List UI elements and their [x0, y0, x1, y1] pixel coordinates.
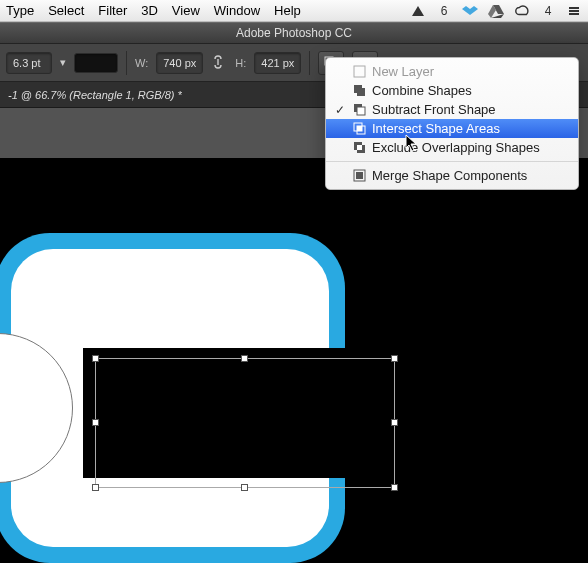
handle-n[interactable]	[241, 355, 248, 362]
svg-rect-18	[356, 172, 363, 179]
document-tab[interactable]: -1 @ 66.7% (Rectangle 1, RGB/8) *	[8, 89, 182, 101]
handle-nw[interactable]	[92, 355, 99, 362]
menu-view[interactable]: View	[172, 3, 200, 18]
stroke-dropdown-icon[interactable]: ▾	[60, 56, 66, 69]
width-label: W:	[135, 57, 148, 69]
handle-ne[interactable]	[391, 355, 398, 362]
menu-label: Exclude Overlapping Shapes	[372, 140, 540, 155]
cursor-icon	[405, 134, 419, 152]
exclude-icon	[352, 141, 366, 155]
width-field[interactable]: 740 px	[156, 52, 203, 74]
svg-rect-0	[569, 7, 579, 9]
status-count: 6	[436, 3, 452, 19]
app-titlebar: Adobe Photoshop CC	[0, 22, 588, 44]
handle-e[interactable]	[391, 419, 398, 426]
svg-rect-16	[357, 145, 362, 150]
transform-bounding-box[interactable]	[95, 358, 395, 488]
battery-count: 4	[540, 3, 556, 19]
height-label: H:	[235, 57, 246, 69]
svg-rect-2	[569, 13, 579, 15]
handle-se[interactable]	[391, 484, 398, 491]
notification-icon[interactable]	[410, 3, 426, 19]
menu-select[interactable]: Select	[48, 3, 84, 18]
dropbox-icon[interactable]	[462, 3, 478, 19]
svg-rect-13	[357, 126, 362, 131]
menu-separator	[326, 161, 578, 162]
path-operations-menu: New Layer Combine Shapes ✓ Subtract Fron…	[325, 57, 579, 190]
menu-new-layer[interactable]: New Layer	[326, 62, 578, 81]
link-icon[interactable]	[211, 55, 227, 71]
gdrive-icon[interactable]	[488, 3, 504, 19]
svg-rect-10	[357, 107, 365, 115]
menu-intersect-shape-areas[interactable]: Intersect Shape Areas	[326, 119, 578, 138]
subtract-icon	[352, 103, 366, 117]
handle-s[interactable]	[241, 484, 248, 491]
menu-exclude-overlapping[interactable]: Exclude Overlapping Shapes	[326, 138, 578, 157]
menu-filter[interactable]: Filter	[98, 3, 127, 18]
merge-icon	[352, 169, 366, 183]
new-layer-icon	[352, 65, 366, 79]
menu-help[interactable]: Help	[274, 3, 301, 18]
menu-window[interactable]: Window	[214, 3, 260, 18]
handle-sw[interactable]	[92, 484, 99, 491]
menu-label: Merge Shape Components	[372, 168, 527, 183]
menu-label: Subtract Front Shape	[372, 102, 496, 117]
document-canvas[interactable]	[0, 158, 588, 563]
svg-rect-6	[354, 66, 365, 77]
check-icon: ✓	[334, 103, 346, 117]
svg-rect-1	[569, 10, 579, 12]
separator	[309, 51, 310, 75]
height-field[interactable]: 421 px	[254, 52, 301, 74]
menu-subtract-front-shape[interactable]: ✓ Subtract Front Shape	[326, 100, 578, 119]
menu-label: Combine Shapes	[372, 83, 472, 98]
menu-combine-shapes[interactable]: Combine Shapes	[326, 81, 578, 100]
menu-extra-icon[interactable]	[566, 3, 582, 19]
separator	[126, 51, 127, 75]
combine-icon	[352, 84, 366, 98]
mac-menubar: Type Select Filter 3D View Window Help 6…	[0, 0, 588, 22]
handle-w[interactable]	[92, 419, 99, 426]
app-title: Adobe Photoshop CC	[236, 26, 352, 40]
creative-cloud-icon[interactable]	[514, 3, 530, 19]
menu-merge-shape-components[interactable]: Merge Shape Components	[326, 166, 578, 185]
menu-3d[interactable]: 3D	[141, 3, 158, 18]
menu-type[interactable]: Type	[6, 3, 34, 18]
intersect-icon	[352, 122, 366, 136]
menu-label: New Layer	[372, 64, 434, 79]
stroke-style-swatch[interactable]	[74, 53, 118, 73]
menu-label: Intersect Shape Areas	[372, 121, 500, 136]
stroke-width-field[interactable]: 6.3 pt	[6, 52, 52, 74]
svg-rect-8	[357, 88, 365, 96]
